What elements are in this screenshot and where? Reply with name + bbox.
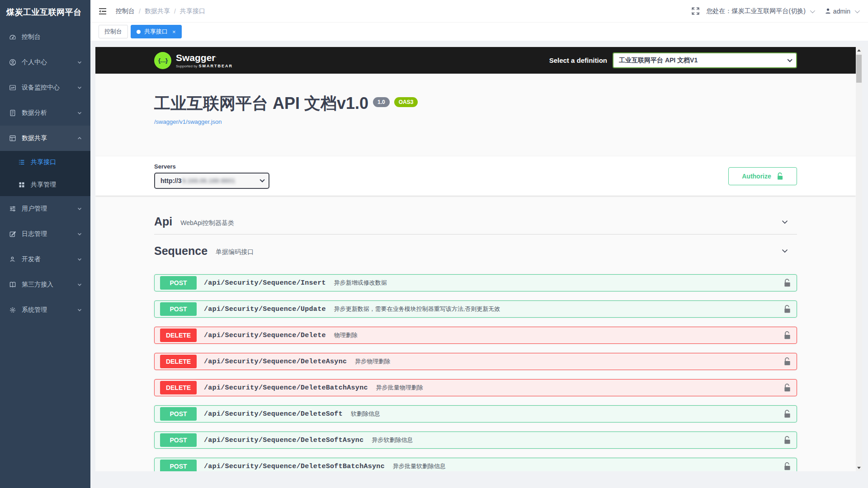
tenant-switcher[interactable]: 您处在：煤炭工业互联网平台(切换) bbox=[707, 7, 806, 15]
fullscreen-icon[interactable] bbox=[692, 7, 699, 15]
endpoint-description: 异步批量软删除信息 bbox=[393, 462, 446, 470]
lock-icon[interactable] bbox=[783, 331, 791, 340]
tab-1[interactable]: 共享接口× bbox=[131, 25, 182, 38]
scroll-down-arrow[interactable] bbox=[856, 465, 862, 471]
lock-icon[interactable] bbox=[783, 357, 791, 366]
chevron-down-icon bbox=[855, 8, 860, 13]
report-icon bbox=[9, 109, 16, 117]
sidebar-item-5[interactable]: 用户管理 bbox=[0, 196, 90, 221]
tab-0[interactable]: 控制台 bbox=[99, 25, 128, 38]
section-expand-icon[interactable] bbox=[780, 217, 790, 227]
sidebar-collapse-icon[interactable] bbox=[99, 8, 107, 15]
endpoint-row-3[interactable]: DELETE/api/Security/Sequence/DeleteAsync… bbox=[154, 353, 797, 370]
breadcrumb-item-1[interactable]: 数据共享 bbox=[145, 7, 170, 15]
endpoint-row-2[interactable]: DELETE/api/Security/Sequence/Delete物理删除 bbox=[154, 327, 797, 344]
scrollbar[interactable] bbox=[856, 47, 862, 471]
grid-icon bbox=[18, 181, 25, 188]
scrollbar-thumb[interactable] bbox=[856, 55, 862, 83]
chevron-down-icon bbox=[77, 307, 82, 313]
lock-icon[interactable] bbox=[783, 409, 791, 418]
endpoint-path: /api/Security/Sequence/DeleteAsync bbox=[204, 358, 347, 366]
chevron-down-icon bbox=[77, 60, 82, 65]
tab-close-icon[interactable]: × bbox=[172, 29, 176, 35]
endpoint-row-5[interactable]: POST/api/Security/Sequence/DeleteSoft软删除… bbox=[154, 405, 797, 422]
sidebar-item-0[interactable]: 控制台 bbox=[0, 24, 90, 50]
user-menu[interactable]: admin bbox=[825, 8, 861, 15]
method-badge: DELETE bbox=[160, 381, 197, 394]
chevron-up-icon bbox=[77, 136, 82, 141]
dashboard-icon bbox=[9, 33, 16, 41]
user-circle-icon bbox=[9, 59, 16, 66]
tune-icon bbox=[9, 205, 16, 212]
chevron-down-icon bbox=[77, 257, 82, 262]
chevron-down-icon bbox=[77, 206, 82, 211]
endpoint-description: 异步批量物理删除 bbox=[376, 384, 423, 392]
endpoint-description: 异步更新数据，需要在业务模块控制器重写该方法,否则更新无效 bbox=[334, 305, 500, 313]
breadcrumb-item-2[interactable]: 共享接口 bbox=[180, 7, 205, 15]
endpoint-row-7[interactable]: POST/api/Security/Sequence/DeleteSoftBat… bbox=[154, 458, 797, 471]
edit-log-icon bbox=[9, 230, 16, 238]
endpoint-path: /api/Security/Sequence/Delete bbox=[204, 332, 326, 339]
spec-json-link[interactable]: /swagger/v1/swagger.json bbox=[154, 118, 222, 125]
book-icon bbox=[9, 281, 16, 288]
sidebar-item-2[interactable]: 设备监控中心 bbox=[0, 75, 90, 100]
definition-select[interactable]: 工业互联网平台 API 文档V1 bbox=[613, 52, 797, 68]
breadcrumb-item-0[interactable]: 控制台 bbox=[116, 7, 135, 15]
endpoint-description: 软删除信息 bbox=[351, 410, 380, 418]
section-expand-icon[interactable] bbox=[780, 246, 790, 256]
endpoint-path: /api/Security/Sequence/DeleteSoftBatchAs… bbox=[204, 463, 385, 470]
api-doc-title: 工业互联网平台 API 文档v1.0 bbox=[154, 94, 368, 113]
sidebar-item-7[interactable]: 开发者 bbox=[0, 247, 90, 272]
authorize-button[interactable]: Authorize bbox=[728, 167, 797, 185]
server-select[interactable]: http://39.168.08.188:8801 bbox=[154, 173, 269, 189]
api-info-section: 工业互联网平台 API 文档v1.0 1.0 OAS3 /swagger/v1/… bbox=[95, 74, 856, 156]
endpoint-row-1[interactable]: POST/api/Security/Sequence/Update异步更新数据，… bbox=[154, 300, 797, 318]
oas3-badge: OAS3 bbox=[394, 97, 418, 107]
app-title: 煤炭工业互联网平台 bbox=[0, 0, 90, 24]
sidebar-item-9[interactable]: 系统管理 bbox=[0, 297, 90, 323]
page-tabbar: 控制台共享接口× bbox=[90, 23, 868, 41]
tab-active-dot bbox=[137, 30, 141, 34]
gear-icon bbox=[9, 306, 16, 314]
workspace: {…} Swagger. Supported bySMARTBEAR Selec… bbox=[90, 41, 868, 488]
breadcrumb-separator: / bbox=[139, 8, 141, 15]
servers-label: Servers bbox=[154, 163, 269, 170]
developer-icon bbox=[9, 256, 16, 263]
sidebar-item-8[interactable]: 第三方接入 bbox=[0, 272, 90, 297]
main-area: 控制台/数据共享/共享接口 您处在：煤炭工业互联网平台(切换) admin 控制… bbox=[90, 0, 868, 488]
lock-icon[interactable] bbox=[783, 305, 791, 314]
endpoint-description: 异步软删除信息 bbox=[372, 436, 413, 444]
lock-icon[interactable] bbox=[783, 278, 791, 287]
method-badge: POST bbox=[160, 460, 197, 471]
navbar-right: 您处在：煤炭工业互联网平台(切换) admin bbox=[692, 7, 861, 15]
select-definition-label: Select a definition bbox=[549, 56, 607, 64]
sidebar-submenu: 共享接口共享管理 bbox=[0, 151, 90, 196]
top-navbar: 控制台/数据共享/共享接口 您处在：煤炭工业互联网平台(切换) admin bbox=[90, 0, 868, 23]
scroll-up-arrow[interactable] bbox=[856, 47, 862, 54]
chevron-down-icon bbox=[787, 57, 792, 62]
section-sequence[interactable]: Sequence 单据编码接口 bbox=[154, 238, 797, 263]
server-url-prefix: http://3 bbox=[160, 177, 182, 184]
endpoint-row-0[interactable]: POST/api/Security/Sequence/Insert异步新增或修改… bbox=[154, 274, 797, 291]
lock-icon[interactable] bbox=[783, 462, 791, 471]
section-api[interactable]: Api WebApi控制器基类 bbox=[154, 209, 797, 235]
breadcrumb: 控制台/数据共享/共享接口 bbox=[116, 7, 205, 15]
endpoint-row-4[interactable]: DELETE/api/Security/Sequence/DeleteBatch… bbox=[154, 379, 797, 396]
sidebar-item-4[interactable]: 数据共享 bbox=[0, 126, 90, 151]
endpoint-description: 物理删除 bbox=[334, 331, 358, 339]
lock-icon[interactable] bbox=[783, 436, 791, 445]
endpoint-row-6[interactable]: POST/api/Security/Sequence/DeleteSoftAsy… bbox=[154, 432, 797, 449]
unlock-icon bbox=[777, 172, 783, 180]
user-avatar-icon bbox=[825, 8, 831, 14]
sidebar-subitem-0[interactable]: 共享接口 bbox=[0, 151, 90, 174]
sidebar-subitem-1[interactable]: 共享管理 bbox=[0, 174, 90, 196]
swagger-brand-sub: Supported bySMARTBEAR bbox=[176, 64, 233, 68]
sidebar-item-6[interactable]: 日志管理 bbox=[0, 221, 90, 247]
swagger-topbar: {…} Swagger. Supported bySMARTBEAR Selec… bbox=[95, 47, 856, 74]
endpoint-path: /api/Security/Sequence/DeleteBatchAsync bbox=[204, 384, 368, 392]
chevron-down-icon bbox=[77, 231, 82, 237]
endpoint-path: /api/Security/Sequence/Update bbox=[204, 305, 326, 313]
lock-icon[interactable] bbox=[783, 383, 791, 392]
sidebar-item-1[interactable]: 个人中心 bbox=[0, 50, 90, 75]
sidebar-item-3[interactable]: 数据分析 bbox=[0, 100, 90, 126]
